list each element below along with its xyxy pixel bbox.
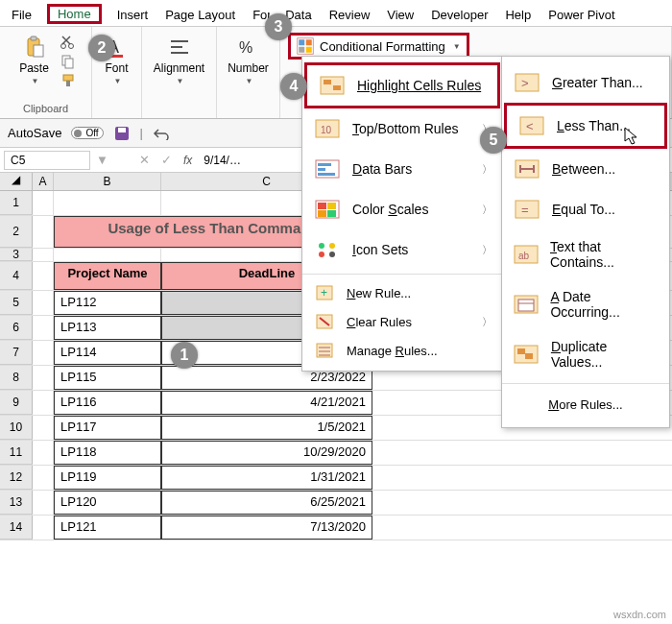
cell-c9[interactable]: 4/21/2021 [161,391,372,415]
tab-developer[interactable]: Developer [429,6,490,24]
cut-icon[interactable] [60,35,76,50]
watermark: wsxdn.com [613,609,666,620]
menu-between[interactable]: Between... [502,149,669,189]
cell-b10[interactable]: LP117 [54,416,161,440]
svg-rect-35 [318,168,325,171]
cell-b9[interactable]: LP116 [54,391,161,415]
menu-less-than[interactable]: < Less Than... [507,106,664,146]
tab-page-layout[interactable]: Page Layout [163,6,237,24]
callout-1: 1 [171,342,198,369]
date-occurring-icon [514,294,539,315]
text-contains-icon: ab [514,244,539,265]
autosave-label: AutoSave [8,126,61,140]
save-icon[interactable] [113,125,131,142]
cell-b8[interactable]: LP115 [54,366,161,390]
select-all-cell[interactable]: ◢ [0,173,33,190]
between-icon [514,158,540,180]
paste-button[interactable]: Paste▼ [15,33,53,87]
alignment-group[interactable]: Alignment▼ [150,33,208,87]
menu-color-scales[interactable]: Color Scales〉 [302,189,502,229]
cell-b13[interactable]: LP120 [54,491,161,515]
menu-icon-sets[interactable]: Icon Sets〉 [302,229,502,270]
copy-icon[interactable] [60,54,76,69]
new-rule-icon: + [314,284,335,301]
callout-3: 3 [265,13,292,40]
svg-rect-6 [65,59,73,68]
svg-text:10: 10 [321,125,332,135]
clear-rules-icon [314,313,335,330]
svg-text:%: % [239,39,252,56]
cell-b5[interactable]: LP112 [54,291,161,315]
svg-rect-2 [34,45,43,57]
less-than-icon: < [518,115,545,136]
cell-c13[interactable]: 6/25/2021 [161,491,372,515]
svg-rect-1 [31,36,36,40]
tab-help[interactable]: Help [503,6,533,24]
svg-rect-70 [517,348,525,354]
cell-b14[interactable]: LP121 [54,516,161,540]
svg-text:ab: ab [518,251,530,261]
name-box[interactable] [4,151,90,170]
mouse-cursor-icon [624,127,639,146]
svg-text:>: > [521,76,529,90]
color-scales-icon [314,199,341,220]
cell-c10[interactable]: 1/5/2021 [161,416,372,440]
menu-top-bottom-rules[interactable]: 10 Top/Bottom Rules〉 [302,108,502,149]
tab-insert[interactable]: Insert [115,6,151,24]
equal-to-icon: = [514,199,540,220]
cell-b7[interactable]: LP114 [54,341,161,365]
cell-c12[interactable]: 1/31/2021 [161,466,372,490]
number-group[interactable]: % Number▼ [224,33,273,87]
menu-new-rule[interactable]: + New Rule... [302,278,502,307]
col-b[interactable]: B [54,173,161,190]
conditional-formatting-menu: Highlight Cells Rules 〉 10 Top/Bottom Ru… [301,56,503,372]
cell-b6[interactable]: LP113 [54,316,161,340]
manage-rules-icon [314,342,335,359]
menu-clear-rules[interactable]: Clear Rules〉 [302,307,502,336]
menu-duplicate-values[interactable]: Duplicate Values... [502,329,669,379]
cell-b12[interactable]: LP119 [54,466,161,490]
menu-manage-rules[interactable]: Manage Rules... [302,336,502,365]
menu-highlight-cells-rules[interactable]: Highlight Cells Rules 〉 [307,65,497,106]
svg-point-3 [60,44,65,49]
svg-point-4 [68,44,73,49]
greater-than-icon: > [514,72,540,93]
svg-rect-16 [299,39,304,45]
callout-4: 4 [280,73,307,100]
svg-rect-67 [518,300,534,311]
header-project[interactable]: Project Name [54,262,161,290]
menu-date-occurring[interactable]: A Date Occurring... [502,279,669,329]
cell-b11[interactable]: LP118 [54,441,161,465]
duplicate-values-icon [514,344,540,365]
tab-file[interactable]: File [10,6,34,24]
format-painter-icon[interactable] [60,73,76,88]
svg-text:=: = [521,203,529,217]
svg-rect-38 [318,203,326,209]
menu-more-rules[interactable]: More Rules... [502,388,669,421]
icon-sets-icon [314,239,341,260]
svg-text:<: < [526,119,534,133]
fx-icon[interactable]: fx [183,154,192,167]
highlight-cells-submenu: > Greater Than... < Less Than... Between… [501,56,670,428]
cell-c11[interactable]: 10/29/2020 [161,441,372,465]
tab-home-highlighted[interactable]: Home [47,4,102,24]
undo-icon[interactable] [153,127,170,140]
menu-text-contains[interactable]: ab Text that Contains... [502,229,669,279]
autosave-toggle[interactable]: Off [71,127,103,139]
svg-rect-19 [306,47,312,53]
svg-text:+: + [321,286,327,300]
tab-review[interactable]: Review [327,6,372,24]
menu-greater-than[interactable]: > Greater Than... [502,62,669,103]
svg-rect-17 [306,39,312,45]
callout-5: 5 [480,127,507,154]
menu-equal-to[interactable]: = Equal To... [502,189,669,229]
callout-2: 2 [88,35,115,61]
col-a[interactable]: A [33,173,54,190]
top-bottom-icon: 10 [314,118,341,139]
highlight-rules-icon [319,75,346,96]
cell-c14[interactable]: 7/13/2020 [161,516,372,540]
formula-value[interactable]: 9/14/… [198,154,241,167]
tab-power-pivot[interactable]: Power Pivot [546,6,616,24]
tab-view[interactable]: View [385,6,416,24]
menu-data-bars[interactable]: Data Bars〉 [302,149,502,189]
